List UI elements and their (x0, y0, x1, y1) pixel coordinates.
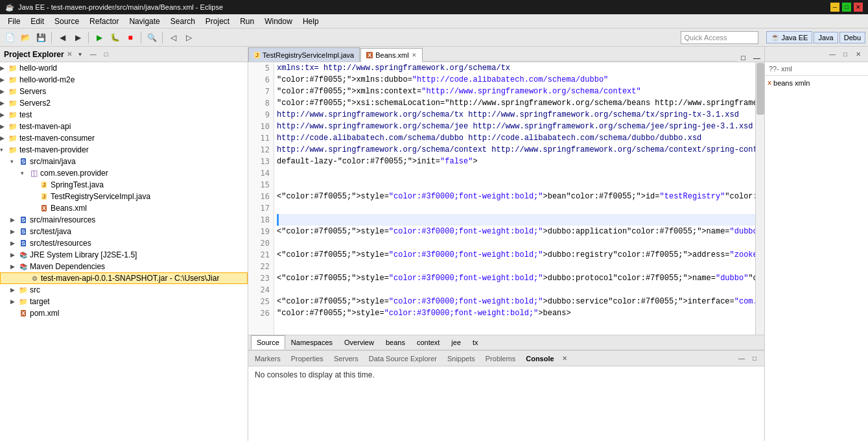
tab-close-icon[interactable]: ✕ (412, 52, 417, 58)
minimize-panel-button[interactable]: — (88, 49, 99, 60)
code-line-18 (277, 214, 762, 226)
quick-access-box[interactable]: Quick Access (681, 31, 758, 44)
console-minimize-button[interactable]: — (736, 353, 747, 364)
code-line-15 (277, 179, 762, 191)
tab-beans-xml[interactable]: X Beans.xml ✕ (360, 48, 422, 62)
tree-item-test-maven-provider[interactable]: ▾📁test-maven-provider (0, 144, 248, 156)
tree-item-Servers2[interactable]: ▶📁Servers2 (0, 97, 248, 109)
collapse-button[interactable]: ▾ (75, 49, 86, 60)
tree-arrow: ▶ (0, 123, 8, 130)
open-button[interactable]: 📂 (18, 30, 32, 45)
console-close-icon[interactable]: ✕ (562, 355, 567, 362)
tree-item-Servers[interactable]: ▶📁Servers (0, 86, 248, 97)
tab-source[interactable]: Source (251, 335, 285, 350)
menu-help[interactable]: Help (298, 16, 324, 27)
tree-item-test[interactable]: ▶📁test (0, 109, 248, 121)
toolbar-sep-1 (51, 32, 52, 43)
tree-item-pom.xml[interactable]: Xpom.xml (0, 307, 248, 319)
tree-item-com.seven.provider[interactable]: ▾◫com.seven.provider (0, 167, 248, 179)
tree-item-src-main-java[interactable]: ▾Ssrc/main/java (0, 156, 248, 167)
title-bar-left: ☕ Java EE - test-maven-provider/src/main… (5, 3, 223, 12)
forward-button[interactable]: ▶ (71, 30, 85, 45)
console-controls: — □ (736, 353, 760, 364)
console-tab-console[interactable]: Console (523, 353, 556, 364)
tree-item-src2[interactable]: ▶📁src (0, 284, 248, 296)
tab-beans-xml-label: Beans.xml (375, 51, 408, 59)
tab-jee[interactable]: jee (445, 335, 467, 350)
close-button[interactable]: ✕ (854, 3, 863, 12)
menu-navigate[interactable]: Navigate (124, 16, 165, 27)
tree-item-Beans.xml[interactable]: XBeans.xml (0, 202, 248, 214)
menu-file[interactable]: File (3, 16, 25, 27)
tab-overview[interactable]: Overview (338, 335, 380, 350)
tab-tx[interactable]: tx (467, 335, 484, 350)
tab-namespaces[interactable]: Namespaces (285, 335, 338, 350)
minimize-editor-button[interactable]: — (749, 54, 764, 62)
java-perspective[interactable]: Java (814, 32, 838, 43)
outline-header: — □ ✕ (765, 47, 868, 62)
code-line-25: <"color:#7f0055;">style="color:#3f0000;f… (277, 296, 762, 307)
tree-item-JRE System Library[interactable]: ▶📚JRE System Library [J2SE-1.5] (0, 249, 248, 261)
debug-button[interactable]: 🐛 (108, 30, 122, 45)
menu-window[interactable]: Window (259, 16, 298, 27)
minimize-button[interactable]: ─ (830, 3, 839, 12)
console-tab-markers[interactable]: Markers (252, 353, 283, 364)
console-tab-snippets[interactable]: Snippets (445, 353, 478, 364)
outline-max-button[interactable]: □ (839, 49, 851, 60)
menu-refactor[interactable]: Refactor (84, 16, 124, 27)
scroll-thumb[interactable] (757, 63, 764, 115)
console-tab-problems[interactable]: Problems (483, 353, 518, 364)
prev-button[interactable]: ◁ (166, 30, 180, 45)
tree-item-SpringTest.java[interactable]: JSpringTest.java (0, 179, 248, 191)
save-button[interactable]: 💾 (34, 30, 48, 45)
xml-file-icon: X (366, 52, 373, 58)
debug-perspective[interactable]: Debu (839, 32, 865, 43)
console-maximize-button[interactable]: □ (749, 353, 760, 364)
console-tab-datasource[interactable]: Data Source Explorer (366, 353, 440, 364)
tree-item-test-maven-api[interactable]: ▶📁test-maven-api (0, 121, 248, 132)
menu-edit[interactable]: Edit (25, 16, 49, 27)
menu-run[interactable]: Run (235, 16, 259, 27)
new-button[interactable]: 📄 (3, 30, 17, 45)
menu-project[interactable]: Project (200, 16, 235, 27)
tab-beans[interactable]: beans (380, 335, 411, 350)
back-button[interactable]: ◀ (55, 30, 69, 45)
tree-item-Maven Dependencies[interactable]: ▶📚Maven Dependencies (0, 261, 248, 272)
console-tab-properties[interactable]: Properties (288, 353, 326, 364)
tree-item-test-maven-api-jar[interactable]: ⚙test-maven-api-0.0.1-SNAPSHOT.jar - C:\… (0, 272, 248, 284)
tree-item-TestRegistryServiceImpl.java[interactable]: JTestRegistryServiceImpl.java (0, 191, 248, 202)
code-content[interactable]: xmlns:tx= http://www.springframework.org… (274, 62, 764, 335)
outline-min-button[interactable]: — (827, 49, 838, 60)
tree-item-test-maven-consumer[interactable]: ▶📁test-maven-consumer (0, 132, 248, 144)
toolbar-sep-4 (162, 32, 163, 43)
tree-item-hello-world[interactable]: ▶📁hello-world (0, 62, 248, 74)
tab-context[interactable]: context (411, 335, 445, 350)
console-tab-servers[interactable]: Servers (331, 353, 361, 364)
outline-close-button[interactable]: ✕ (852, 49, 864, 60)
tree-icon: S (18, 226, 29, 237)
outline-item-beans[interactable]: X beans xmln (768, 78, 865, 88)
tree-label: src (30, 285, 40, 294)
line-number-22: 22 (252, 261, 270, 272)
tree-item-src-main-resources[interactable]: ▶Ssrc/main/resources (0, 214, 248, 226)
tree-item-hello-world-m2e[interactable]: ▶📁hello-world-m2e (0, 74, 248, 86)
stop-button[interactable]: ■ (123, 30, 137, 45)
tree-item-src-test-java[interactable]: ▶Ssrc/test/java (0, 226, 248, 237)
menu-search[interactable]: Search (165, 16, 200, 27)
next-button[interactable]: ▷ (182, 30, 196, 45)
run-button[interactable]: ▶ (92, 30, 106, 45)
maximize-editor-button[interactable]: □ (737, 54, 749, 62)
vertical-scrollbar[interactable] (755, 62, 764, 335)
search-button[interactable]: 🔍 (145, 30, 159, 45)
tree-item-target[interactable]: ▶📁target (0, 296, 248, 307)
java-ee-perspective[interactable]: ☕ Java EE (766, 31, 812, 43)
tree-label: test-maven-api (19, 122, 71, 131)
tree-icon: X (39, 203, 49, 213)
tree-item-src-test-resources[interactable]: ▶Ssrc/test/resources (0, 237, 248, 249)
menu-source[interactable]: Source (49, 16, 84, 27)
code-editor[interactable]: 567891011121314151617181920212223242526 … (248, 62, 764, 335)
maximize-button[interactable]: □ (842, 3, 851, 12)
tree-label: target (30, 297, 50, 306)
maximize-panel-button[interactable]: □ (100, 49, 112, 60)
tab-test-registry[interactable]: J TestRegistryServiceImpl.java (248, 47, 360, 62)
